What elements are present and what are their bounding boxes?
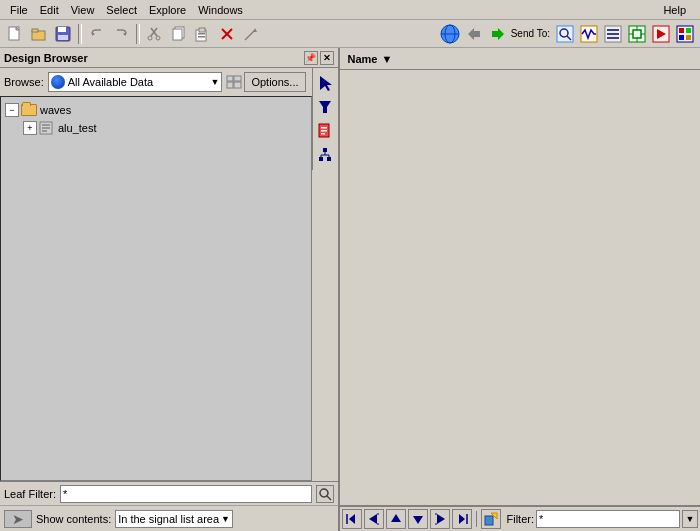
leaf-filter-input[interactable]	[60, 485, 312, 503]
svg-rect-18	[198, 36, 205, 38]
toolbar-list-btn[interactable]	[602, 23, 624, 45]
svg-rect-47	[679, 35, 684, 40]
rtb-next-btn[interactable]	[430, 509, 450, 529]
svg-marker-83	[459, 514, 465, 524]
toolbar-grid-btn[interactable]	[674, 23, 696, 45]
right-bottom-toolbar: Filter: ▼	[340, 505, 701, 531]
browse-select-arrow-icon: ▼	[211, 77, 220, 87]
toolbar-cut-btn[interactable]	[144, 23, 166, 45]
svg-rect-6	[58, 35, 68, 40]
toolbar-paste-btn[interactable]	[192, 23, 214, 45]
options-button[interactable]: Options...	[244, 72, 305, 92]
svg-rect-62	[227, 76, 233, 81]
strip-doc-btn[interactable]	[314, 120, 336, 142]
rtb-last-btn[interactable]	[452, 509, 472, 529]
globe-icon	[439, 23, 461, 45]
toolbar-draw-btn[interactable]	[240, 23, 262, 45]
toolbar-delete-btn[interactable]	[216, 23, 238, 45]
toolbar-redo-btn[interactable]	[110, 23, 132, 45]
rtb-edit-btn[interactable]	[481, 509, 501, 529]
send-to-label: Send To:	[511, 28, 550, 39]
tree-item-waves[interactable]: − waves	[5, 101, 307, 119]
tree-label-alu-test: alu_test	[58, 122, 97, 134]
svg-marker-26	[468, 28, 480, 40]
panel-close-btn[interactable]: ✕	[320, 51, 334, 65]
menu-explore[interactable]: Explore	[143, 2, 192, 18]
filter-input[interactable]	[536, 510, 680, 528]
main-layout: Design Browser 📌 ✕	[0, 48, 700, 531]
show-contents-bar: ➤ Show contents: In the signal list area…	[0, 505, 338, 531]
svg-marker-50	[319, 101, 331, 113]
rtb-first-btn[interactable]	[342, 509, 362, 529]
browse-select[interactable]: All Available Data ▼	[48, 72, 223, 92]
collapse-icon[interactable]: −	[5, 103, 19, 117]
panel-pin-btn[interactable]: 📌	[304, 51, 318, 65]
toolbar-waves-btn[interactable]	[578, 23, 600, 45]
rtb-sep1	[476, 511, 477, 527]
rtb-prev-btn[interactable]	[364, 509, 384, 529]
tree-area[interactable]: − waves + alu_test	[0, 96, 312, 481]
toolbar-back-btn[interactable]	[463, 23, 485, 45]
svg-rect-46	[686, 28, 691, 33]
toolbar-search-btn[interactable]	[554, 23, 576, 45]
menu-select[interactable]: Select	[100, 2, 143, 18]
tree-indent-level1: + alu_test	[5, 119, 307, 137]
leaf-filter-bar: Leaf Filter:	[0, 481, 338, 505]
toolbar-sim-btn[interactable]	[650, 23, 672, 45]
strip-filter-btn[interactable]	[314, 96, 336, 118]
menu-edit[interactable]: Edit	[34, 2, 65, 18]
leaf-search-button[interactable]	[316, 485, 334, 503]
leaf-filter-label: Leaf Filter:	[4, 488, 56, 500]
strip-pointer-btn[interactable]	[314, 72, 336, 94]
svg-marker-78	[413, 516, 423, 524]
svg-rect-3	[32, 29, 38, 32]
name-column-header[interactable]: Name ▼	[348, 53, 393, 65]
toolbar-sep2	[136, 24, 140, 44]
name-column-label: Name	[348, 53, 378, 65]
browse-label: Browse:	[4, 76, 44, 88]
svg-marker-79	[437, 514, 445, 524]
toolbar-open-btn[interactable]	[28, 23, 50, 45]
toolbar-save-btn[interactable]	[52, 23, 74, 45]
svg-rect-84	[485, 516, 493, 525]
show-contents-label: Show contents:	[36, 513, 111, 525]
show-contents-value: In the signal list area	[118, 513, 219, 525]
rtb-up-btn[interactable]	[386, 509, 406, 529]
strip-hierarchy-btn[interactable]	[314, 144, 336, 166]
right-toolbar-area: Send To:	[439, 23, 696, 45]
rtb-down-btn[interactable]	[408, 509, 428, 529]
main-toolbar: Send To:	[0, 20, 700, 48]
panel-title: Design Browser	[4, 52, 304, 64]
globe-small-icon	[51, 75, 65, 89]
toolbar-copy-btn[interactable]	[168, 23, 190, 45]
show-contents-select[interactable]: In the signal list area ▼	[115, 510, 233, 528]
menu-bar: File Edit View Select Explore Windows He…	[0, 0, 700, 20]
toolbar-new-btn[interactable]	[4, 23, 26, 45]
svg-point-11	[148, 36, 152, 40]
sort-arrow-icon: ▼	[381, 53, 392, 65]
menu-view[interactable]: View	[65, 2, 101, 18]
expand-icon-alu-test[interactable]: +	[23, 121, 37, 135]
show-contents-arrow: ▼	[221, 514, 230, 524]
svg-rect-45	[679, 28, 684, 33]
signal-header: Name ▼	[340, 48, 701, 70]
tree-item-alu-test[interactable]: + alu_test	[23, 119, 307, 137]
filter-dropdown-arrow[interactable]: ▼	[682, 510, 698, 528]
svg-marker-8	[123, 32, 126, 36]
menu-file[interactable]: File	[4, 2, 34, 18]
svg-rect-64	[227, 82, 233, 88]
toolbar-undo-btn[interactable]	[86, 23, 108, 45]
browse-select-text: All Available Data	[68, 76, 211, 88]
svg-rect-16	[199, 28, 205, 32]
svg-rect-63	[234, 76, 241, 81]
svg-rect-56	[319, 157, 323, 161]
toolbar-schematic-btn[interactable]	[626, 23, 648, 45]
menu-windows[interactable]: Windows	[192, 2, 249, 18]
svg-rect-54	[321, 133, 325, 135]
svg-marker-49	[320, 76, 332, 91]
svg-rect-65	[234, 82, 241, 88]
signal-list-area	[340, 70, 701, 505]
folder-icon-waves	[21, 104, 37, 116]
toolbar-forward-btn[interactable]	[487, 23, 509, 45]
menu-help[interactable]: Help	[657, 2, 692, 18]
